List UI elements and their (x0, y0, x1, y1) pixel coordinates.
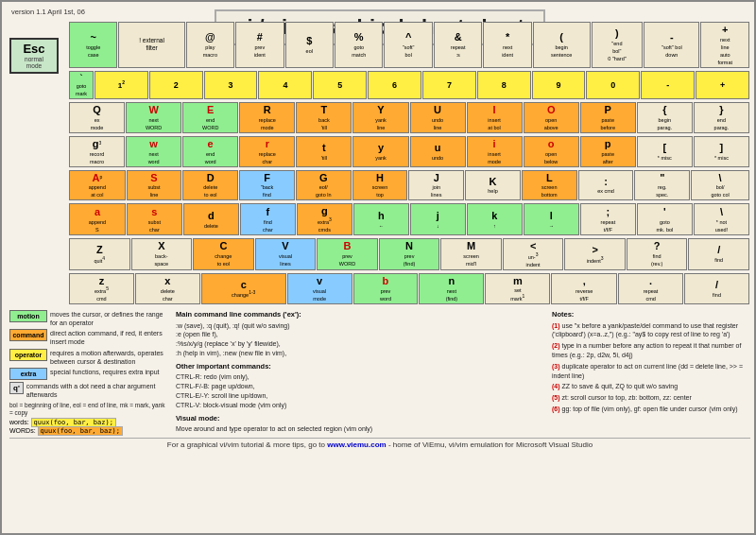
esc-sub1: normal (13, 56, 55, 62)
legend-extra: extra special functions, requires extra … (9, 368, 170, 380)
note-2: (2) type in a number before any action t… (552, 341, 750, 360)
key-G-upper: Geof/goto ln (296, 170, 352, 201)
key-at: @playmacro (186, 22, 234, 68)
key-n-lower: nnext(find) (419, 273, 484, 305)
key-backtick: `gotomark (69, 71, 94, 99)
key-grid-section: ~togglecase ! externalfilter @playmacro … (68, 21, 750, 305)
key-a-lower: aappendS (69, 203, 126, 235)
key-v-lower: vvisualmode (287, 273, 352, 305)
legend-text-operator: requires a motion afterwards, operates b… (50, 349, 170, 366)
key-r-lower: rreplacechar (239, 136, 295, 167)
key-hash: #prevident (235, 22, 284, 68)
words-w-label: WORDs: (9, 427, 36, 434)
key-D-upper: Ddeleteto eol (182, 170, 238, 201)
key-C-upper: Cchangeto eol (193, 238, 254, 270)
legend-section: motion moves the cursor, or defines the … (9, 310, 750, 435)
main-cmd-2: :e (open file f), (176, 330, 546, 339)
note-6: (6) gg: top of file (vim only), gf: open… (552, 405, 750, 414)
visual-text: Move around and type operator to act on … (176, 424, 546, 434)
main-commands-header: Main command line commands ('ex'): (176, 310, 546, 320)
key-w-lower: wnextword (126, 136, 181, 167)
key-K-upper: Khelp (465, 170, 521, 201)
key-O-upper: Oopenabove (524, 102, 579, 133)
key-d-lower: ddelete (183, 203, 239, 235)
key-F-upper: F"backfind (239, 170, 295, 201)
version-text: version 1.1 April 1st, 06 (11, 8, 85, 16)
main-cmd-1: :w (save), :q (quit), :q! (quit w/o savi… (176, 321, 546, 331)
key-1: 12 (94, 71, 148, 99)
key-S-upper: Ssubstline (127, 170, 182, 201)
key-gt-key: >indent3 (564, 238, 626, 270)
key-V-upper: Vvisuallines (255, 238, 317, 270)
key-X-upper: Xback-space (131, 238, 193, 270)
key-plus: +nextlineautoformat (700, 22, 749, 68)
key-o-lower: oopenbelow (524, 136, 579, 167)
words-line: words: quux(foo, bar, baz); (9, 419, 170, 426)
key-sq-close: ]* misc (694, 136, 749, 167)
esc-label: Esc (13, 42, 55, 56)
key-j-lower: j↓ (410, 203, 466, 235)
legend-right: Notes: (1) use "x before a yank/paste/de… (552, 310, 750, 435)
key-row-numbers: `gotomark 12 2 3 4 5 6 7 8 9 0 - + (68, 70, 750, 100)
key-backslash2: \* notused! (694, 203, 749, 235)
other-cmd-2: CTRL-F/-B: page up/down, (176, 382, 546, 391)
key-i-lower: iinsertmode (467, 136, 523, 167)
main-cmd-4: :h (help in vim), :new (new file in vim)… (176, 349, 546, 358)
words-label: words: (9, 419, 29, 425)
key-rbrace: }endparag. (694, 102, 749, 133)
key-R: Rreplacemode (239, 102, 295, 133)
key-plus-num: + (696, 71, 749, 99)
words-w-line: WORDs: quux(foo, bar, baz); (9, 427, 170, 435)
key-semi: ;repeatt/f/F (580, 203, 636, 235)
key-colon: :ex cmd (578, 170, 634, 201)
key-M-upper: Mscreenmid'l (440, 238, 502, 270)
key-8: 8 (477, 71, 531, 99)
key-s-lower: ssubstchar (127, 203, 182, 235)
key-1-ext: ! externalfilter (118, 22, 184, 68)
key-5: 5 (313, 71, 367, 99)
other-cmd-1: CTRL-R: redo (vim only), (176, 372, 546, 382)
key-minus: -"soft" boldown (644, 22, 699, 68)
q-key: q' (9, 382, 24, 394)
key-g-lower2: gextra3cmds (297, 203, 352, 235)
key-W: WnextWORD (126, 102, 181, 133)
key-sq-open: [* misc (637, 136, 693, 167)
key-m-lower: msetmark1 (485, 273, 550, 305)
key-lt-key: <un-3indent (503, 238, 564, 270)
key-7: 7 (422, 71, 476, 99)
key-f-lower: ffindchar (240, 203, 296, 235)
key-6: 6 (368, 71, 421, 99)
key-fwd-slash: /find (684, 273, 749, 305)
key-H-upper: Hscreentop (352, 170, 408, 201)
key-comma: ,reverset/f/F (551, 273, 617, 305)
footer-text: For a graphical vi/vim tutorial & more t… (167, 440, 325, 449)
key-quote: "reg.spec. (634, 170, 690, 201)
key-c-lower: cchange1-3 (201, 273, 286, 305)
note-1: (1) use "x before a yank/paste/del comma… (552, 321, 750, 340)
key-row-a-lower: aappendS ssubstchar ddelete ffindchar ge… (68, 202, 750, 236)
key-row-z-lower: zextra5cmd xdeletechar cchange1-3 vvisua… (68, 272, 750, 306)
footer-bar: For a graphical vi/vim tutorial & more t… (9, 438, 750, 449)
key-U: Uundoline (410, 102, 466, 133)
legend-motion: motion moves the cursor, or defines the … (9, 310, 170, 327)
footer-url[interactable]: www.viemu.com (327, 440, 386, 449)
legend-text-motion: moves the cursor, or defines the range f… (50, 310, 170, 327)
legend-badge-extra: extra (9, 368, 47, 380)
key-x-lower: xdeletechar (135, 273, 200, 305)
key-row-a: Apappendat col Ssubstline Ddeleteto eol … (68, 169, 750, 202)
key-g: g3recordmacro (69, 136, 125, 167)
visual-header: Visual mode: (176, 414, 546, 424)
other-cmd-3: CTRL-E/-Y: scroll line up/down, (176, 391, 546, 401)
key-z-lower: zextra5cmd (69, 273, 134, 305)
key-E: EendWORD (182, 102, 238, 133)
footer-suffix: - home of ViEmu, vi/vim emulation for Mi… (388, 440, 593, 449)
notes-header: Notes: (552, 310, 750, 320)
legend-command: command direct action command, if red, i… (9, 329, 170, 346)
key-4: 4 (258, 71, 312, 99)
legend-center: Main command line commands ('ex'): :w (s… (176, 310, 546, 435)
key-k-lower: k↑ (467, 203, 523, 235)
q-box: q' commands with a dot need a char argum… (9, 382, 170, 399)
key-Q: Qexmode (69, 102, 125, 133)
key-lbrace: {beginparag. (637, 102, 693, 133)
legend-text-command: direct action command, if red, it enters… (50, 329, 170, 346)
